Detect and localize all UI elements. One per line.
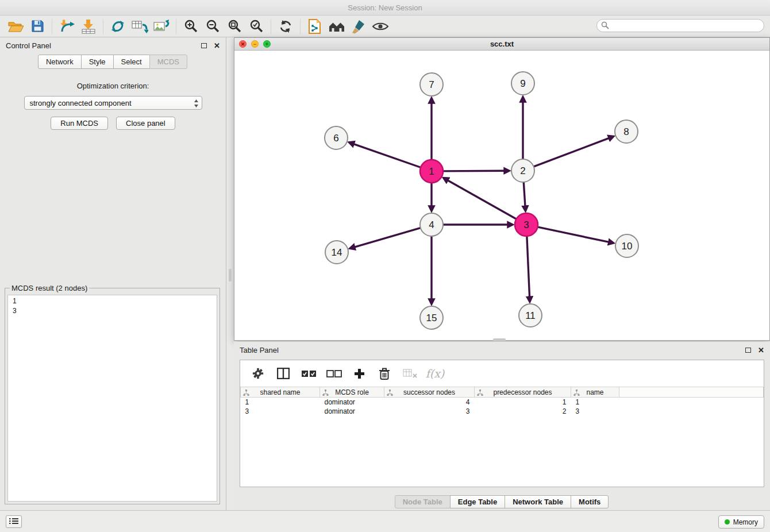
graph-node-10[interactable]: 10 [615, 234, 638, 257]
table-cell[interactable]: dominator [320, 398, 384, 407]
refresh-icon[interactable] [275, 17, 297, 36]
graph-edge-2-8[interactable] [533, 138, 609, 167]
table-cell[interactable]: 3 [241, 407, 320, 416]
close-window-icon[interactable]: ✕ [239, 40, 247, 48]
graph-node-label: 14 [332, 247, 342, 258]
graph-edge-3-11[interactable] [527, 236, 530, 296]
graph-node-7[interactable]: 7 [420, 73, 443, 96]
application-window: Session: New Session [0, 0, 770, 532]
graph-node-15[interactable]: 15 [420, 306, 443, 329]
tab-edge-table[interactable]: Edge Table [450, 495, 505, 508]
deselect-all-columns-icon[interactable] [324, 364, 344, 383]
column-label: predecessor nodes [493, 388, 552, 396]
horizontal-splitter-handle[interactable] [493, 338, 506, 341]
open-file-icon[interactable] [5, 17, 26, 36]
graph-node-9[interactable]: 9 [511, 72, 534, 95]
clone-network-icon[interactable] [129, 17, 151, 36]
search-input[interactable] [596, 19, 764, 32]
float-panel-icon[interactable] [201, 43, 207, 48]
import-table-icon[interactable] [78, 17, 99, 36]
export-image-icon[interactable] [151, 17, 172, 36]
column-header[interactable]: predecessor nodes [475, 387, 571, 398]
graph-node-1[interactable]: 1 [420, 160, 443, 183]
new-network-icon[interactable] [107, 17, 129, 36]
table-cell[interactable]: 3 [571, 407, 619, 416]
add-column-icon[interactable] [349, 364, 369, 383]
show-hide-icon[interactable] [369, 17, 391, 36]
zoom-window-icon[interactable]: + [263, 40, 271, 48]
vertical-splitter-handle[interactable] [229, 269, 232, 282]
delete-table-icon [400, 364, 419, 383]
minimize-window-icon[interactable]: − [251, 40, 259, 48]
graph-node-14[interactable]: 14 [325, 241, 348, 264]
table-settings-icon[interactable] [248, 364, 268, 383]
control-panel: Control Panel ✕ Network Style Select MCD… [0, 37, 226, 510]
graph-edge-3-1[interactable] [448, 180, 517, 219]
tab-node-table[interactable]: Node Table [395, 495, 451, 508]
graph-node-8[interactable]: 8 [615, 120, 638, 143]
toolbar-separator [176, 19, 176, 34]
graph-edge-1-2[interactable] [442, 171, 504, 171]
column-header[interactable]: name [571, 387, 619, 398]
tab-select[interactable]: Select [113, 55, 150, 69]
zoom-fit-icon[interactable] [224, 17, 245, 36]
graph-node-11[interactable]: 11 [519, 304, 542, 327]
tab-style[interactable]: Style [81, 55, 114, 69]
float-panel-icon[interactable] [745, 348, 751, 353]
graph-edge-2-3[interactable] [523, 182, 525, 206]
table-row[interactable]: 1dominator411 [241, 398, 764, 407]
table-cell[interactable]: 1 [241, 398, 320, 407]
memory-status-icon [725, 519, 730, 525]
close-panel-icon[interactable]: ✕ [214, 41, 220, 50]
close-panel-button[interactable]: Close panel [116, 117, 175, 130]
zoom-out-icon[interactable] [202, 17, 224, 36]
table-row[interactable]: 3dominator323 [241, 407, 764, 416]
save-session-icon[interactable] [26, 17, 48, 36]
graph-node-6[interactable]: 6 [325, 126, 348, 149]
result-item[interactable]: 3 [13, 306, 217, 316]
network-graph-canvas[interactable]: 7968124314101511 [234, 51, 769, 340]
table-cell[interactable]: 3 [384, 407, 475, 416]
network-window-title-bar[interactable]: ✕ − + scc.txt [234, 38, 769, 51]
table-cell[interactable]: 1 [475, 398, 571, 407]
column-header[interactable]: successor nodes [384, 387, 475, 398]
style-brush-icon[interactable] [348, 17, 369, 36]
zoom-in-icon[interactable] [180, 17, 202, 36]
show-columns-icon[interactable] [274, 364, 293, 383]
criterion-select[interactable]: strongly connected component [24, 96, 202, 110]
table-cell[interactable]: dominator [320, 407, 384, 416]
column-header[interactable]: MCDS role [320, 387, 384, 398]
graph-node-3[interactable]: 3 [515, 213, 538, 236]
import-network-icon[interactable] [56, 17, 78, 36]
select-all-columns-icon[interactable] [299, 364, 318, 383]
function-builder-icon: f(x) [425, 364, 445, 383]
table-cell[interactable]: 4 [384, 398, 475, 407]
column-header[interactable]: shared name [241, 387, 320, 398]
table-header-row: shared nameMCDS rolesuccessor nodesprede… [241, 387, 764, 398]
tab-motifs[interactable]: Motifs [571, 495, 609, 508]
graph-edge-4-14[interactable] [355, 228, 421, 246]
zoom-selected-icon[interactable] [245, 17, 267, 36]
column-label: name [586, 388, 603, 396]
table-toolbar: f(x) [240, 360, 764, 387]
graph-edge-1-6[interactable] [354, 144, 421, 168]
mcds-result-list[interactable]: 13 [7, 295, 217, 502]
graph-node-label: 4 [429, 219, 434, 230]
tab-mcds[interactable]: MCDS [149, 55, 187, 69]
run-mcds-button[interactable]: Run MCDS [51, 117, 108, 130]
table-cell[interactable]: 2 [475, 407, 571, 416]
table-cell[interactable]: 1 [571, 398, 619, 407]
task-history-button[interactable] [6, 515, 22, 528]
graph-edge-3-10[interactable] [537, 227, 609, 242]
tab-network[interactable]: Network [38, 55, 82, 69]
graph-node-2[interactable]: 2 [511, 159, 534, 182]
memory-button[interactable]: Memory [718, 515, 764, 529]
home-icon[interactable] [326, 17, 348, 36]
graph-node-4[interactable]: 4 [420, 213, 443, 236]
close-panel-icon[interactable]: ✕ [758, 346, 764, 354]
network-window-title: scc.txt [490, 40, 514, 48]
delete-column-icon[interactable] [375, 364, 394, 383]
result-item[interactable]: 1 [13, 296, 217, 306]
apply-style-icon[interactable] [304, 17, 326, 36]
tab-network-table[interactable]: Network Table [505, 495, 571, 508]
